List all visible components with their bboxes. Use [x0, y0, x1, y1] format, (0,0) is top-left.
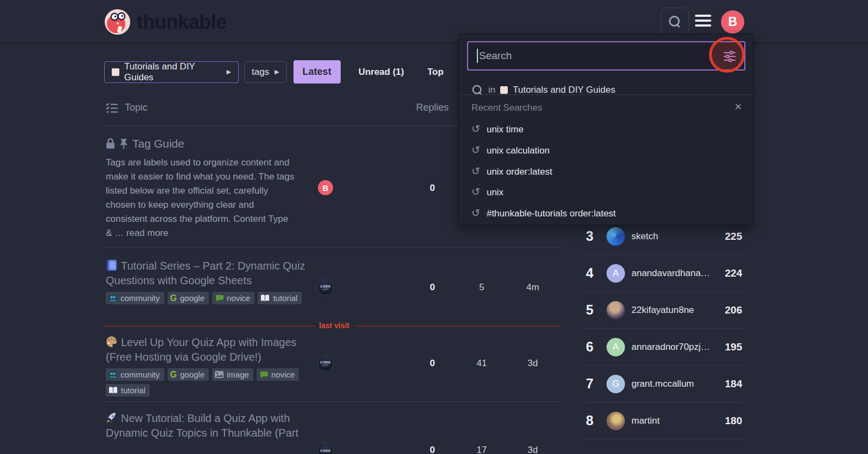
tag-community[interactable]: community	[106, 368, 164, 381]
topic-excerpt: Tags are labels used to organize content…	[106, 156, 296, 240]
score: 180	[725, 415, 742, 427]
tag-novice[interactable]: novice	[257, 368, 299, 381]
code-avatar-sublabel: LOFT	[322, 288, 329, 291]
leaderboard: 3 sketch 225 4 A anandavardhana… 224 5 2…	[586, 218, 742, 439]
score: 184	[725, 378, 742, 390]
recent-search-label: unix calculation	[487, 145, 550, 156]
username[interactable]: annaradnor70pzj…	[631, 342, 725, 353]
user-avatar[interactable]: B	[721, 10, 744, 34]
tag-google[interactable]: G google	[168, 292, 209, 304]
hamburger-bar	[695, 20, 711, 22]
recent-search-item[interactable]: ↺ unix order:latest	[471, 165, 552, 178]
topic-title[interactable]: Tag Guide	[132, 136, 184, 151]
tags-dropdown[interactable]: tags ▶	[244, 61, 287, 83]
brand-wordmark[interactable]: thunkable	[137, 11, 227, 34]
recent-search-item[interactable]: ↺ unix calculation	[471, 144, 550, 157]
caret-right-icon: ▶	[275, 68, 279, 75]
lock-icon	[106, 138, 115, 149]
tag-icon-novice	[215, 295, 224, 302]
category-dropdown[interactable]: Tutorials and DIY Guides ▶	[104, 61, 239, 83]
tag-icon-tutorial	[260, 295, 270, 302]
tag-image[interactable]: image	[212, 368, 253, 381]
last-visit-separator: last visit	[104, 321, 561, 331]
rocket-emoji-icon	[106, 412, 118, 424]
leaderboard-row[interactable]: 7 G grant.mccallum 184	[586, 366, 742, 402]
views-count: 17	[457, 445, 506, 454]
tag-label: novice	[227, 293, 250, 303]
recent-search-item[interactable]: ↺ unix	[471, 186, 503, 199]
filter-bar: Tutorials and DIY Guides ▶ tags ▶ Latest…	[104, 60, 444, 84]
tag-icon-novice	[259, 371, 268, 379]
topic-row: Tutorial Series – Part 2: Dynamic Quiz Q…	[106, 259, 563, 304]
history-icon: ↺	[471, 186, 480, 198]
topic-list-header: Topic	[106, 102, 148, 113]
blue-book-emoji-icon	[106, 259, 118, 271]
code-avatar-label: CODE	[320, 449, 330, 452]
avatar	[607, 301, 625, 319]
topic-title[interactable]: New Tutorial: Build a Quiz App with Dyna…	[106, 412, 298, 439]
tag-community[interactable]: community	[106, 292, 164, 304]
pin-icon	[119, 138, 128, 149]
rank: 8	[586, 413, 607, 429]
search-input[interactable]: Search	[467, 41, 745, 71]
topic-title[interactable]: Level Up Your Quiz App with Images (Free…	[106, 336, 297, 363]
tab-latest[interactable]: Latest	[293, 60, 341, 84]
tag-label: community	[120, 293, 160, 303]
poster-avatar[interactable]: CODE	[317, 443, 334, 454]
username[interactable]: 22kifayatun8ne	[631, 305, 725, 316]
avatar: A	[607, 338, 625, 356]
tag-label: tutorial	[121, 386, 145, 395]
topic-row: New Tutorial: Build a Quiz App with Dyna…	[106, 411, 563, 440]
tag-label: tutorial	[273, 293, 297, 303]
context-prefix: in	[488, 85, 495, 95]
leaderboard-row[interactable]: 8 martint 180	[586, 402, 742, 439]
thunkable-logo[interactable]	[105, 9, 130, 35]
topic-divider	[104, 247, 561, 247]
username[interactable]: grant.mccallum	[631, 379, 725, 389]
leaderboard-row[interactable]: 5 22kifayatun8ne 206	[586, 292, 742, 329]
topic-title[interactable]: Tutorial Series – Part 2: Dynamic Quiz Q…	[106, 260, 305, 286]
close-icon[interactable]: ×	[735, 101, 742, 113]
score: 224	[725, 267, 742, 279]
history-icon: ↺	[471, 144, 480, 156]
hamburger-bar	[695, 24, 711, 27]
tag-icon-community	[108, 371, 117, 379]
hamburger-menu-button[interactable]	[695, 15, 711, 27]
replies-column-header: Replies	[408, 102, 457, 113]
tag-label: community	[120, 370, 160, 379]
views-count: 41	[457, 358, 506, 369]
header-search-button[interactable]	[661, 8, 689, 36]
search-icon	[473, 85, 483, 95]
caret-right-icon: ▶	[227, 68, 231, 75]
tag-google[interactable]: G google	[168, 368, 209, 381]
activity-age[interactable]: 3d	[508, 358, 557, 369]
recent-search-item[interactable]: ↺ #thunkable-tutorials order:latest	[471, 207, 616, 220]
last-visit-line	[355, 325, 561, 327]
username[interactable]: martint	[631, 415, 725, 426]
leaderboard-row[interactable]: 4 A anandavardhana… 224	[586, 255, 742, 292]
poster-avatar[interactable]: B	[318, 180, 333, 195]
tag-novice[interactable]: novice	[212, 292, 254, 304]
tag-list: community G google novice	[106, 292, 312, 304]
code-avatar-sublabel: LOFT	[322, 364, 329, 367]
replies-count: 0	[408, 358, 457, 369]
recent-search-label: unix	[487, 187, 503, 198]
leaderboard-row[interactable]: 6 A annaradnor70pzj… 195	[586, 329, 742, 366]
views-count: 5	[457, 282, 506, 293]
recent-search-item[interactable]: ↺ unix time	[471, 123, 524, 136]
poster-avatar[interactable]: CODE LOFT	[317, 355, 334, 372]
tag-tutorial[interactable]: tutorial	[106, 384, 150, 397]
tab-top[interactable]: Top	[427, 67, 444, 78]
search-dropdown-panel: Search in Tutorials and DIY Guides Recen…	[458, 34, 753, 225]
tab-unread[interactable]: Unread (1)	[359, 67, 404, 78]
activity-age[interactable]: 3d	[508, 445, 557, 454]
rank: 5	[586, 302, 607, 318]
activity-age[interactable]: 4m	[508, 282, 557, 293]
history-icon: ↺	[471, 165, 480, 177]
username[interactable]: anandavardhana…	[631, 268, 725, 279]
tag-tutorial[interactable]: tutorial	[258, 292, 302, 304]
username[interactable]: sketch	[631, 231, 725, 242]
category-color-square	[500, 86, 508, 94]
tag-icon-image	[215, 371, 224, 378]
poster-avatar[interactable]: CODE LOFT	[317, 279, 334, 296]
